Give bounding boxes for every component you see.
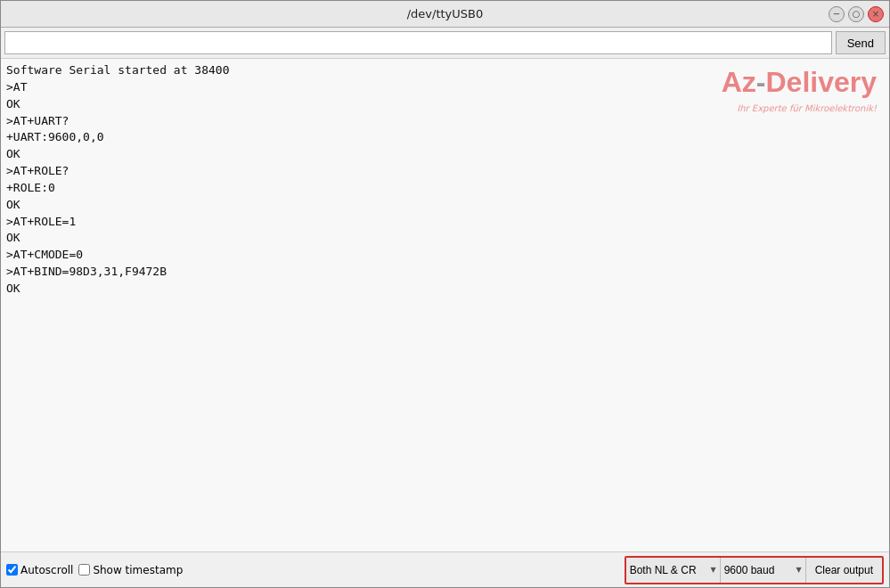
autoscroll-label[interactable]: Autoscroll [6,564,73,576]
main-window: /dev/ttyUSB0 − ○ × Send Software Serial … [0,0,890,588]
timestamp-checkbox[interactable] [78,564,90,576]
title-bar-controls: − ○ × [829,6,884,22]
baud-wrapper: 300 baud 1200 baud 2400 baud 4800 baud 9… [721,558,806,583]
command-input[interactable] [4,31,832,54]
window-title: /dev/ttyUSB0 [407,7,484,20]
title-bar: /dev/ttyUSB0 − ○ × [1,1,889,28]
send-button[interactable]: Send [836,31,886,54]
timestamp-text: Show timestamp [93,564,183,576]
line-ending-wrapper: No line ending Newline Carriage return B… [626,558,721,583]
minimize-button[interactable]: − [829,6,845,22]
status-bar: Autoscroll Show timestamp No line ending… [1,551,889,587]
minimize-icon: − [833,9,840,19]
maximize-button[interactable]: ○ [848,6,864,22]
maximize-icon: ○ [853,9,861,19]
timestamp-label[interactable]: Show timestamp [78,564,183,576]
autoscroll-checkbox[interactable] [6,564,18,576]
clear-output-button[interactable]: Clear output [806,558,882,583]
autoscroll-text: Autoscroll [20,564,73,576]
output-text: Software Serial started at 38400 >AT OK … [6,62,884,298]
output-area: Software Serial started at 38400 >AT OK … [1,59,889,551]
close-button[interactable]: × [868,6,884,22]
input-bar: Send [1,28,889,59]
status-bar-right: No line ending Newline Carriage return B… [625,556,884,584]
close-icon: × [872,9,879,19]
line-ending-select[interactable]: No line ending Newline Carriage return B… [626,558,721,583]
baud-select[interactable]: 300 baud 1200 baud 2400 baud 4800 baud 9… [721,558,806,583]
